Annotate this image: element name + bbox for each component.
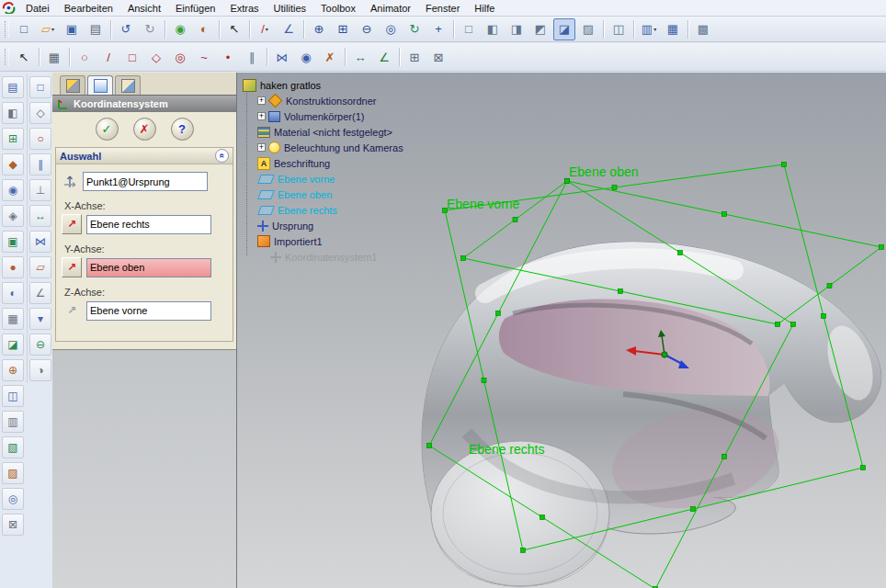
- cut-face[interactable]: [431, 441, 609, 586]
- print-icon[interactable]: ▤: [85, 18, 107, 40]
- side2-icon-12-icon[interactable]: ◑: [29, 359, 51, 381]
- centerline-tool-icon[interactable]: ∥: [241, 46, 263, 68]
- menu-extras[interactable]: Extras: [222, 2, 266, 15]
- grid-icon[interactable]: ▦: [43, 46, 65, 68]
- plane-handle[interactable]: [612, 186, 617, 190]
- plane-handle[interactable]: [722, 455, 727, 459]
- side2-icon-11-icon[interactable]: ⊖: [29, 334, 51, 356]
- model-haken[interactable]: [422, 242, 881, 586]
- tree-item-ebene-vorne[interactable]: Ebene vorne: [243, 171, 403, 187]
- origin-selection-field[interactable]: [83, 172, 208, 191]
- snap-to-grid-icon[interactable]: ⊞: [403, 46, 426, 68]
- point-tool-icon[interactable]: •: [217, 46, 239, 68]
- 3d-sketch-icon[interactable]: ∠: [278, 18, 300, 40]
- zoom-to-selection-icon[interactable]: ◎: [380, 18, 402, 40]
- mirror-entities-icon[interactable]: ⋈: [271, 46, 293, 68]
- toolbar-grip[interactable]: [5, 49, 9, 65]
- zoom-to-fit-icon[interactable]: ⊕: [308, 18, 330, 40]
- line-tool-icon[interactable]: /: [97, 46, 119, 68]
- hidden-lines-visible-icon[interactable]: ◧: [482, 18, 504, 40]
- ellipse-tool-icon[interactable]: ◎: [169, 46, 191, 68]
- plane-handle[interactable]: [722, 212, 727, 217]
- side1-icon-15-icon[interactable]: ▧: [2, 436, 24, 458]
- side1-icon-16-icon[interactable]: ▨: [2, 462, 24, 484]
- pm-tab-3[interactable]: [115, 75, 141, 95]
- z-axis-selection-field[interactable]: [86, 301, 211, 321]
- side1-icon-7-icon[interactable]: ▣: [2, 231, 24, 253]
- shadows-icon[interactable]: ▨: [577, 18, 599, 40]
- cancel-button[interactable]: ✗: [133, 118, 156, 141]
- menu-animator[interactable]: Animator: [363, 2, 418, 15]
- hidden-lines-removed-icon[interactable]: ◨: [505, 18, 528, 40]
- plane-handle[interactable]: [565, 179, 570, 184]
- plane-label-ebene-rechts[interactable]: Ebene rechts: [469, 442, 545, 457]
- rebuild-icon[interactable]: ◉: [169, 18, 191, 40]
- collapse-chevron-icon[interactable]: «: [215, 149, 229, 163]
- menu-ansicht[interactable]: Ansicht: [120, 2, 168, 15]
- fullscreen-icon[interactable]: ▩: [692, 18, 714, 40]
- pan-icon[interactable]: +: [427, 18, 449, 40]
- tree-item-ebene-rechts[interactable]: Ebene rechts: [243, 202, 403, 218]
- plane-handle[interactable]: [461, 256, 466, 261]
- new-document-icon[interactable]: □: [13, 18, 35, 40]
- side2-icon-6-icon[interactable]: ↔: [29, 205, 51, 227]
- smart-dimension-icon[interactable]: ↔: [349, 46, 371, 68]
- polygon-tool-icon[interactable]: ◇: [145, 46, 167, 68]
- tree-item-haken-gratlos[interactable]: haken gratlos: [243, 77, 403, 93]
- rotate-view-icon[interactable]: ↻: [403, 18, 426, 40]
- rectangle-tool-icon[interactable]: □: [121, 46, 143, 68]
- side2-icon-1-icon[interactable]: □: [29, 76, 51, 98]
- plane-handle[interactable]: [776, 322, 780, 327]
- plane-handle[interactable]: [482, 379, 486, 383]
- side1-icon-2-icon[interactable]: ◧: [2, 102, 24, 124]
- menu-utilities[interactable]: Utilities: [267, 2, 313, 15]
- angle-dimension-icon[interactable]: ∠: [373, 46, 395, 68]
- side2-icon-10-icon[interactable]: ▾: [29, 308, 51, 330]
- side1-icon-13-icon[interactable]: ◫: [2, 385, 24, 407]
- side2-icon-3-icon[interactable]: ○: [29, 128, 51, 150]
- plane-handle[interactable]: [496, 311, 501, 316]
- tree-item-material-nicht-festgelegt-[interactable]: Material <nicht festgelegt>: [243, 124, 403, 140]
- side1-icon-9-icon[interactable]: ◐: [2, 282, 24, 304]
- side2-icon-4-icon[interactable]: ∥: [29, 153, 51, 175]
- undo-icon[interactable]: ↺: [115, 18, 137, 40]
- plane-label-ebene-vorne[interactable]: Ebene vorne: [447, 197, 519, 211]
- circle-tool-icon[interactable]: ○: [74, 46, 96, 68]
- standard-views-icon[interactable]: ▥▾: [638, 18, 660, 40]
- dropdown-arrow-icon[interactable]: ▾: [653, 27, 656, 32]
- construction-geometry-icon[interactable]: ⊠: [427, 46, 449, 68]
- pm-tab-2[interactable]: [87, 75, 113, 95]
- plane-label-ebene-oben[interactable]: Ebene oben: [569, 164, 639, 179]
- help-button[interactable]: ?: [171, 118, 194, 141]
- save-icon[interactable]: ▣: [61, 18, 83, 40]
- side2-icon-9-icon[interactable]: ∠: [29, 282, 51, 304]
- plane-handle[interactable]: [427, 444, 432, 448]
- wireframe-view-icon[interactable]: □: [458, 18, 480, 40]
- plane-handle[interactable]: [513, 218, 517, 222]
- reverse-y-direction-button[interactable]: ↗: [62, 257, 82, 277]
- side1-icon-17-icon[interactable]: ◎: [2, 488, 24, 510]
- shaded-with-edges-icon[interactable]: ◩: [529, 18, 551, 40]
- shaded-view-icon[interactable]: ◪: [553, 18, 575, 40]
- view-orientation-icon[interactable]: ▦: [662, 18, 684, 40]
- plane-handle[interactable]: [861, 466, 866, 470]
- tree-item-importiert1[interactable]: Importiert1: [243, 233, 403, 249]
- side1-icon-3-icon[interactable]: ⊞: [2, 128, 24, 150]
- redo-icon[interactable]: ↻: [139, 18, 161, 40]
- menu-einfügen[interactable]: Einfügen: [168, 2, 222, 15]
- side1-icon-8-icon[interactable]: ●: [2, 256, 24, 278]
- tree-item-koordinatensystem1[interactable]: Koordinatensystem1: [243, 249, 403, 265]
- menu-datei[interactable]: Datei: [18, 2, 57, 15]
- tree-item-ursprung[interactable]: Ursprung: [243, 218, 403, 233]
- toolbar-grip[interactable]: [5, 21, 9, 38]
- plane-handle[interactable]: [619, 289, 623, 294]
- side1-icon-14-icon[interactable]: ▥: [2, 411, 24, 433]
- trim-entities-icon[interactable]: ✗: [319, 46, 341, 68]
- plane-handle[interactable]: [691, 507, 696, 512]
- menu-hilfe[interactable]: Hilfe: [467, 2, 502, 15]
- pm-tab-1[interactable]: [60, 75, 85, 95]
- select-tool-icon[interactable]: ↖: [13, 46, 35, 68]
- plane-handle[interactable]: [782, 163, 787, 167]
- side1-icon-10-icon[interactable]: ▦: [2, 308, 24, 330]
- side1-icon-4-icon[interactable]: ◆: [2, 153, 24, 175]
